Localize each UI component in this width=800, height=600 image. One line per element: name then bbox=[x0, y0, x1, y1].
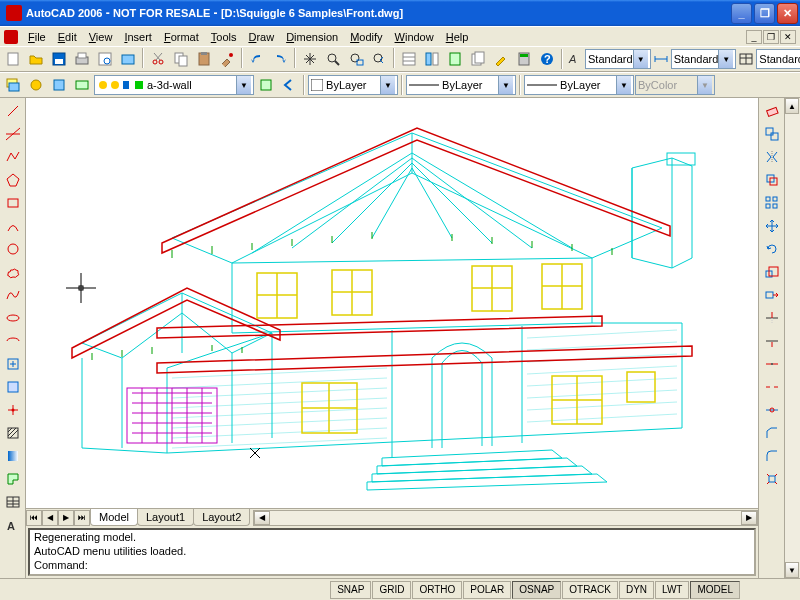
layer-filter-icon[interactable] bbox=[48, 74, 70, 96]
scroll-right-button[interactable]: ▶ bbox=[741, 511, 757, 525]
open-icon[interactable] bbox=[25, 48, 47, 70]
horizontal-scrollbar[interactable]: ◀ ▶ bbox=[253, 510, 758, 526]
zoom-win-icon[interactable] bbox=[345, 48, 367, 70]
copy-icon[interactable] bbox=[170, 48, 192, 70]
scale-tool-icon[interactable] bbox=[761, 261, 783, 283]
table-tool-icon[interactable] bbox=[2, 491, 24, 513]
region-tool-icon[interactable] bbox=[2, 468, 24, 490]
menu-modify[interactable]: Modify bbox=[344, 29, 388, 45]
undo-icon[interactable] bbox=[246, 48, 268, 70]
copy-tool-icon[interactable] bbox=[761, 123, 783, 145]
erase-tool-icon[interactable] bbox=[761, 100, 783, 122]
tool-palettes-icon[interactable] bbox=[444, 48, 466, 70]
join-tool-icon[interactable] bbox=[761, 399, 783, 421]
dim-style-combo[interactable]: Standard▼ bbox=[671, 49, 737, 69]
status-lwt[interactable]: LWT bbox=[655, 581, 689, 599]
scroll-down-button[interactable]: ▼ bbox=[785, 562, 799, 578]
array-tool-icon[interactable] bbox=[761, 192, 783, 214]
cmd-prompt[interactable]: Command: bbox=[34, 558, 750, 572]
table-style-icon[interactable] bbox=[737, 48, 755, 70]
tab-prev-button[interactable]: ◀ bbox=[42, 510, 58, 526]
qcalc-icon[interactable] bbox=[513, 48, 535, 70]
status-osnap[interactable]: OSNAP bbox=[512, 581, 561, 599]
insert-tool-icon[interactable] bbox=[2, 353, 24, 375]
scroll-up-button[interactable]: ▲ bbox=[785, 98, 799, 114]
menu-window[interactable]: Window bbox=[389, 29, 440, 45]
status-polar[interactable]: POLAR bbox=[463, 581, 511, 599]
trim-tool-icon[interactable] bbox=[761, 307, 783, 329]
menu-insert[interactable]: Insert bbox=[118, 29, 158, 45]
menu-format[interactable]: Format bbox=[158, 29, 205, 45]
menu-file[interactable]: File bbox=[22, 29, 52, 45]
publish-icon[interactable] bbox=[117, 48, 139, 70]
layer-states-icon[interactable] bbox=[25, 74, 47, 96]
plot-icon[interactable] bbox=[71, 48, 93, 70]
scroll-left-button[interactable]: ◀ bbox=[254, 511, 270, 525]
command-window[interactable]: Regenerating model. AutoCAD menu utiliti… bbox=[28, 528, 756, 576]
rotate-tool-icon[interactable] bbox=[761, 238, 783, 260]
minimize-button[interactable]: _ bbox=[731, 3, 752, 24]
text-style-combo[interactable]: Standard▼ bbox=[585, 49, 651, 69]
maximize-button[interactable]: ❐ bbox=[754, 3, 775, 24]
hatch-tool-icon[interactable] bbox=[2, 422, 24, 444]
text-style-icon[interactable]: A bbox=[566, 48, 584, 70]
pline-tool-icon[interactable] bbox=[2, 146, 24, 168]
spline-tool-icon[interactable] bbox=[2, 284, 24, 306]
plot-preview-icon[interactable] bbox=[94, 48, 116, 70]
status-grid[interactable]: GRID bbox=[372, 581, 411, 599]
menu-tools[interactable]: Tools bbox=[205, 29, 243, 45]
circle-tool-icon[interactable] bbox=[2, 238, 24, 260]
tab-model[interactable]: Model bbox=[90, 509, 138, 526]
line-tool-icon[interactable] bbox=[2, 100, 24, 122]
redo-icon[interactable] bbox=[269, 48, 291, 70]
extend-tool-icon[interactable] bbox=[761, 330, 783, 352]
close-button[interactable]: ✕ bbox=[777, 3, 798, 24]
ellipse-arc-tool-icon[interactable] bbox=[2, 330, 24, 352]
lineweight-combo[interactable]: ByLayer▼ bbox=[524, 75, 634, 95]
linetype-combo[interactable]: ByLayer▼ bbox=[406, 75, 516, 95]
layer-prev-icon[interactable] bbox=[71, 74, 93, 96]
menu-dimension[interactable]: Dimension bbox=[280, 29, 344, 45]
polygon-tool-icon[interactable] bbox=[2, 169, 24, 191]
sheet-set-icon[interactable] bbox=[467, 48, 489, 70]
status-snap[interactable]: SNAP bbox=[330, 581, 371, 599]
layer-props-icon[interactable] bbox=[2, 74, 24, 96]
color-combo[interactable]: ByLayer▼ bbox=[308, 75, 398, 95]
markup-icon[interactable] bbox=[490, 48, 512, 70]
block-tool-icon[interactable] bbox=[2, 376, 24, 398]
new-icon[interactable] bbox=[2, 48, 24, 70]
help-icon[interactable]: ? bbox=[536, 48, 558, 70]
layer-combo[interactable]: a-3d-wall▼ bbox=[94, 75, 254, 95]
chamfer-tool-icon[interactable] bbox=[761, 422, 783, 444]
pan-icon[interactable] bbox=[299, 48, 321, 70]
table-style-combo[interactable]: Standard▼ bbox=[756, 49, 800, 69]
mtext-tool-icon[interactable]: A bbox=[2, 514, 24, 536]
cut-icon[interactable] bbox=[147, 48, 169, 70]
status-dyn[interactable]: DYN bbox=[619, 581, 654, 599]
menu-help[interactable]: Help bbox=[440, 29, 475, 45]
arc-tool-icon[interactable] bbox=[2, 215, 24, 237]
design-center-icon[interactable] bbox=[421, 48, 443, 70]
layer-make-current-icon[interactable] bbox=[255, 74, 277, 96]
explode-tool-icon[interactable] bbox=[761, 468, 783, 490]
break-tool-icon[interactable] bbox=[761, 376, 783, 398]
tab-layout1[interactable]: Layout1 bbox=[137, 509, 194, 526]
status-model[interactable]: MODEL bbox=[690, 581, 740, 599]
vertical-scrollbar[interactable]: ▲ ▼ bbox=[784, 98, 800, 578]
ellipse-tool-icon[interactable] bbox=[2, 307, 24, 329]
tab-first-button[interactable]: ⏮ bbox=[26, 510, 42, 526]
doc-minimize-button[interactable]: _ bbox=[746, 30, 762, 44]
fillet-tool-icon[interactable] bbox=[761, 445, 783, 467]
xline-tool-icon[interactable] bbox=[2, 123, 24, 145]
stretch-tool-icon[interactable] bbox=[761, 284, 783, 306]
zoom-prev-icon[interactable] bbox=[368, 48, 390, 70]
zoom-rt-icon[interactable] bbox=[322, 48, 344, 70]
break-pt-tool-icon[interactable] bbox=[761, 353, 783, 375]
save-icon[interactable] bbox=[48, 48, 70, 70]
doc-restore-button[interactable]: ❐ bbox=[763, 30, 779, 44]
paste-icon[interactable] bbox=[193, 48, 215, 70]
mirror-tool-icon[interactable] bbox=[761, 146, 783, 168]
doc-close-button[interactable]: ✕ bbox=[780, 30, 796, 44]
menu-edit[interactable]: Edit bbox=[52, 29, 83, 45]
tab-last-button[interactable]: ⏭ bbox=[74, 510, 90, 526]
